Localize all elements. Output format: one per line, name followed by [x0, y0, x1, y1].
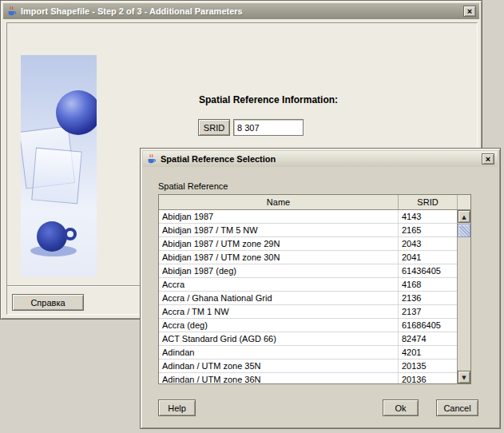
scrollbar-thumb[interactable]	[458, 224, 470, 237]
dialog-titlebar[interactable]: Spatial Reference Selection ×	[143, 151, 498, 167]
java-coffee-icon	[146, 153, 157, 165]
help-button[interactable]: Help	[158, 399, 196, 416]
cell-name[interactable]: Accra (deg)	[159, 319, 399, 332]
cell-srid[interactable]: 2165	[399, 224, 457, 236]
table-row[interactable]: Abidjan 1987 / UTM zone 29N2043	[159, 237, 457, 251]
cell-name[interactable]: Accra	[159, 278, 399, 291]
cell-name[interactable]: Adindan	[159, 346, 399, 359]
window-card-graphic	[31, 148, 82, 205]
cell-name[interactable]: Adindan / UTM zone 36N	[159, 373, 399, 383]
table-row[interactable]: Abidjan 1987 / TM 5 NW2165	[159, 224, 457, 237]
java-coffee-icon	[6, 6, 18, 17]
main-titlebar[interactable]: Import Shapefile - Step 2 of 3 - Additio…	[3, 3, 479, 19]
table-header: Name SRID	[159, 195, 470, 210]
cell-srid[interactable]: 82474	[399, 332, 457, 345]
close-icon: ×	[486, 154, 490, 164]
coffee-cup-graphic	[37, 221, 67, 252]
dialog-title: Spatial Reference Selection	[161, 154, 276, 164]
main-window-title: Import Shapefile - Step 2 of 3 - Additio…	[21, 6, 243, 16]
cell-srid[interactable]: 2137	[399, 305, 457, 318]
coffee-cup-handle-graphic	[64, 228, 77, 240]
ok-button[interactable]: Ok	[383, 399, 419, 416]
cell-name[interactable]: Abidjan 1987 / TM 5 NW	[159, 224, 399, 236]
table-row[interactable]: Accra / Ghana National Grid2136	[159, 292, 457, 305]
srid-table-rows: Abidjan 19874143Abidjan 1987 / TM 5 NW21…	[159, 210, 457, 383]
cell-srid[interactable]: 20136	[399, 373, 457, 383]
cell-srid[interactable]: 2136	[399, 292, 457, 304]
cell-srid[interactable]: 61436405	[399, 264, 457, 277]
column-header-srid[interactable]: SRID	[399, 195, 458, 209]
arrow-up-icon: ▲	[462, 214, 466, 220]
spatial-reference-heading: Spatial Reference Information:	[199, 94, 338, 105]
header-corner	[458, 195, 470, 209]
cell-srid[interactable]: 2041	[399, 251, 457, 264]
cell-name[interactable]: Accra / Ghana National Grid	[159, 292, 399, 304]
column-header-name[interactable]: Name	[159, 195, 399, 209]
cell-srid[interactable]: 4143	[399, 210, 457, 223]
cell-srid[interactable]: 2043	[399, 237, 457, 250]
scrollbar-track[interactable]	[458, 237, 470, 371]
cell-name[interactable]: Accra / TM 1 NW	[159, 305, 399, 318]
spatial-reference-label: Spatial Reference	[158, 181, 228, 191]
cancel-button[interactable]: Cancel	[436, 399, 478, 416]
splash-image	[21, 55, 97, 276]
table-row[interactable]: Abidjan 1987 / UTM zone 30N2041	[159, 251, 457, 264]
table-row[interactable]: Adindan / UTM zone 36N20136	[159, 373, 457, 383]
table-row[interactable]: ACT Standard Grid (AGD 66)82474	[159, 332, 457, 346]
cell-name[interactable]: Abidjan 1987 / UTM zone 29N	[159, 237, 399, 250]
cell-name[interactable]: Abidjan 1987 (deg)	[159, 264, 399, 277]
close-button[interactable]: ×	[463, 6, 476, 17]
globe-graphic	[56, 90, 97, 135]
srid-button[interactable]: SRID	[198, 119, 230, 136]
help-button-russian[interactable]: Справка	[12, 294, 84, 311]
table-row[interactable]: Adindan / UTM zone 35N20135	[159, 360, 457, 373]
table-row[interactable]: Accra (deg)61686405	[159, 319, 457, 332]
table-row[interactable]: Accra4168	[159, 278, 457, 292]
srid-table: Name SRID Abidjan 19874143Abidjan 1987 /…	[158, 194, 471, 384]
cell-srid[interactable]: 20135	[399, 360, 457, 372]
table-row[interactable]: Adindan4201	[159, 346, 457, 360]
table-row[interactable]: Accra / TM 1 NW2137	[159, 305, 457, 319]
close-icon: ×	[467, 6, 472, 16]
scroll-up-button[interactable]: ▲	[458, 210, 470, 223]
cell-name[interactable]: Adindan / UTM zone 35N	[159, 360, 399, 372]
cell-name[interactable]: ACT Standard Grid (AGD 66)	[159, 332, 399, 345]
cell-name[interactable]: Abidjan 1987 / UTM zone 30N	[159, 251, 399, 264]
cell-name[interactable]: Abidjan 1987	[159, 210, 399, 223]
dialog-close-button[interactable]: ×	[482, 153, 494, 165]
cell-srid[interactable]: 4168	[399, 278, 457, 291]
srid-input[interactable]	[233, 119, 304, 136]
table-row[interactable]: Abidjan 19874143	[159, 210, 457, 224]
cell-srid[interactable]: 4201	[399, 346, 457, 359]
table-row[interactable]: Abidjan 1987 (deg)61436405	[159, 264, 457, 278]
cell-srid[interactable]: 61686405	[399, 319, 457, 332]
arrow-down-icon: ▼	[462, 375, 466, 381]
scroll-down-button[interactable]: ▼	[458, 371, 470, 383]
vertical-scrollbar[interactable]: ▲ ▼	[457, 210, 470, 383]
spatial-reference-selection-dialog: Spatial Reference Selection × Spatial Re…	[140, 148, 501, 429]
